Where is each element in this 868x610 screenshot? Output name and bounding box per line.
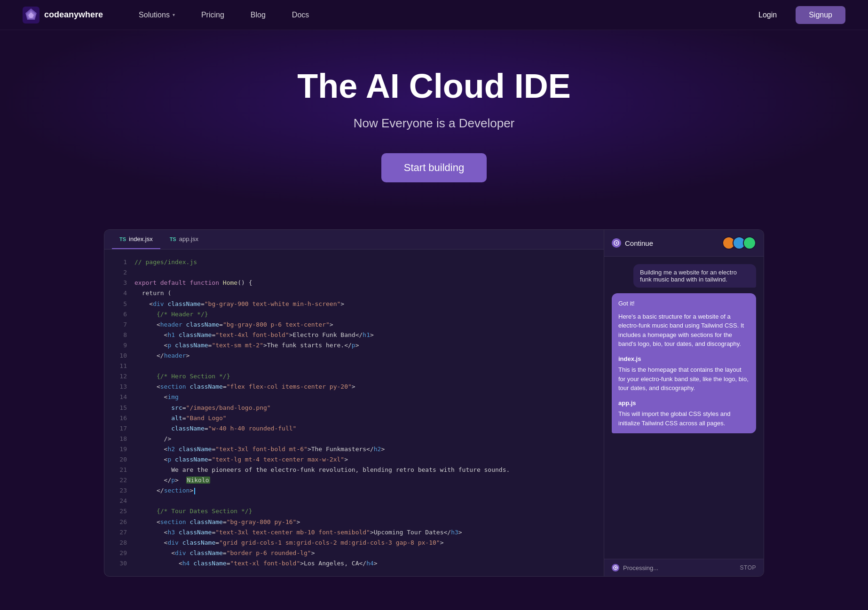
code-line-29: 29 <div className="border p-6 rounded-lg… — [104, 548, 604, 558]
code-line-19: 19 <h2 className="text-3xl font-bold mt-… — [104, 444, 604, 454]
processing-indicator: Processing... — [612, 564, 658, 571]
nav-actions: Login Signup — [747, 6, 845, 24]
navigation: codeanywhere Solutions ▾ Pricing Blog Do… — [0, 0, 868, 30]
tab-lang-2: TS — [170, 236, 176, 242]
code-line-30: 30 <h4 className="text-xl font-bold">Los… — [104, 558, 604, 569]
hero-section: The AI Cloud IDE Now Everyone is a Devel… — [0, 30, 868, 211]
file2-desc: This will import the global CSS styles a… — [618, 409, 750, 428]
user-message: Building me a website for an electro fun… — [633, 264, 756, 288]
ai-panel-header: Continue — [604, 230, 764, 257]
code-line-6: 6 {/* Header */} — [104, 309, 604, 320]
code-line-28: 28 <div className="grid grid-cols-1 sm:g… — [104, 538, 604, 548]
code-line-7: 7 <header className="bg-gray-800 p-6 tex… — [104, 320, 604, 330]
file1-desc: This is the homepage that contains the l… — [618, 365, 750, 393]
code-line-23: 23 </section> — [104, 485, 604, 496]
hero-title: The AI Cloud IDE — [23, 68, 845, 105]
ai-panel: Continue Building me a website for an el… — [604, 229, 764, 577]
code-line-4: 4 return ( — [104, 288, 604, 298]
svg-marker-5 — [616, 242, 618, 244]
code-line-14: 14 <img — [104, 392, 604, 402]
editor-tabs: TS index.jsx TS app.jsx — [104, 230, 604, 250]
tab-app-jsx[interactable]: TS app.jsx — [162, 230, 206, 249]
code-line-1: 1 // pages/index.js — [104, 257, 604, 267]
tab-filename-2: app.jsx — [179, 235, 198, 242]
code-line-22: 22 </p> Nikolo — [104, 475, 604, 485]
stop-button[interactable]: STOP — [740, 564, 756, 571]
ai-header-left: Continue — [612, 238, 653, 248]
code-line-20: 20 <p className="text-lg mt-4 text-cente… — [104, 454, 604, 465]
logo-link[interactable]: codeanywhere — [23, 7, 103, 23]
code-line-10: 10 </header> — [104, 351, 604, 361]
demo-section: TS index.jsx TS app.jsx 1 // pages/index… — [81, 229, 787, 577]
file2-title: app.js — [618, 399, 750, 408]
processing-dot — [612, 564, 619, 571]
code-line-12: 12 {/* Hero Section */} — [104, 371, 604, 382]
code-line-5: 5 <div className="bg-gray-900 text-white… — [104, 299, 604, 309]
code-line-24: 24 — [104, 496, 604, 506]
start-building-button[interactable]: Start building — [381, 153, 487, 182]
code-line-16: 16 alt="Band Logo" — [104, 413, 604, 423]
tab-lang-1: TS — [119, 236, 126, 242]
login-button[interactable]: Login — [747, 7, 788, 23]
tab-filename-1: index.jsx — [129, 235, 153, 242]
code-line-9: 9 <p className="text-sm mt-2">The funk s… — [104, 340, 604, 351]
nav-solutions[interactable]: Solutions ▾ — [126, 0, 188, 30]
ai-continue-icon — [612, 238, 621, 248]
nav-blog[interactable]: Blog — [237, 0, 279, 30]
code-line-25: 25 {/* Tour Dates Section */} — [104, 506, 604, 516]
processing-label: Processing... — [623, 564, 658, 571]
code-line-2: 2 — [104, 267, 604, 278]
code-line-13: 13 <section className="flex flex-col ite… — [104, 382, 604, 392]
chevron-down-icon: ▾ — [173, 12, 175, 17]
code-content: 1 // pages/index.js 2 3 export default f… — [104, 250, 604, 576]
code-line-3: 3 export default function Home() { — [104, 278, 604, 288]
code-line-15: 15 src="/images/band-logo.png" — [104, 403, 604, 413]
svg-marker-7 — [615, 567, 617, 569]
nav-links: Solutions ▾ Pricing Blog Docs — [126, 0, 747, 30]
signup-button[interactable]: Signup — [796, 6, 845, 24]
logo-text: codeanywhere — [44, 10, 103, 20]
ai-avatars — [722, 236, 756, 250]
ai-response: Got it! Here's a basic structure for a w… — [612, 293, 756, 433]
ai-messages: Building me a website for an electro fun… — [604, 257, 764, 559]
ai-body: Here's a basic structure for a website o… — [618, 312, 750, 349]
code-line-17: 17 className="w-40 h-40 rounded-full" — [104, 423, 604, 434]
avatar-3 — [743, 236, 756, 250]
ai-panel-title: Continue — [625, 239, 653, 247]
code-editor: TS index.jsx TS app.jsx 1 // pages/index… — [104, 229, 604, 577]
nav-docs[interactable]: Docs — [279, 0, 322, 30]
code-line-11: 11 — [104, 361, 604, 371]
highlight-nikolo: Nikolo — [186, 477, 210, 484]
ai-intro: Got it! — [618, 299, 750, 308]
logo-icon — [23, 7, 39, 23]
tab-index-jsx[interactable]: TS index.jsx — [112, 230, 160, 249]
code-line-21: 21 We are the pioneers of the electro-fu… — [104, 465, 604, 475]
code-line-8: 8 <h1 className="text-4xl font-bold">Ele… — [104, 330, 604, 340]
code-line-18: 18 /> — [104, 434, 604, 444]
hero-subtitle: Now Everyone is a Developer — [23, 116, 845, 131]
code-line-26: 26 <section className="bg-gray-800 py-16… — [104, 517, 604, 527]
ai-panel-footer: Processing... STOP — [604, 559, 764, 576]
nav-pricing[interactable]: Pricing — [188, 0, 237, 30]
code-line-27: 27 <h3 className="text-3xl text-center m… — [104, 527, 604, 538]
file1-title: index.js — [618, 354, 750, 364]
